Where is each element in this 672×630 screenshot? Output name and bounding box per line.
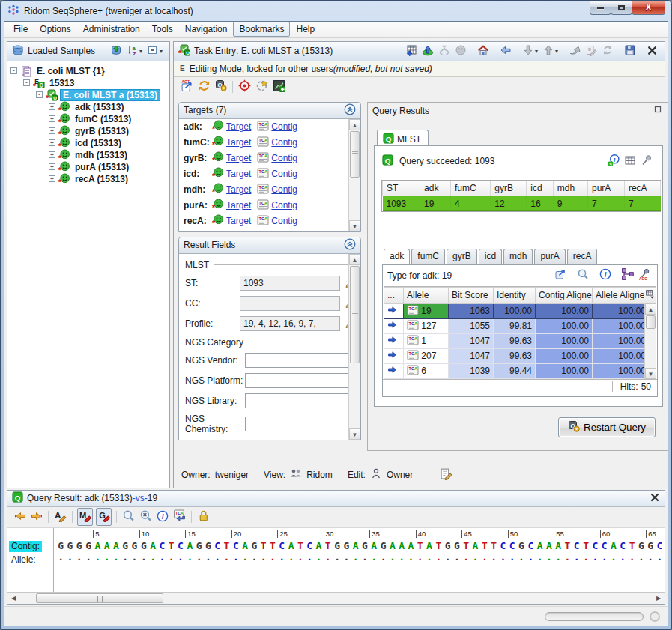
contig-link[interactable]: Contig [271, 169, 297, 179]
allele-tab-fumC[interactable]: fumC [411, 249, 445, 264]
branch-button[interactable] [621, 267, 635, 283]
st-col-pura[interactable]: purA [588, 181, 625, 196]
allele-tab-icd[interactable]: icd [479, 249, 502, 264]
contig-link[interactable]: Contig [271, 137, 297, 148]
up-menu-button[interactable]: ▾ [542, 43, 559, 59]
scroll-up-icon[interactable]: ▲ [349, 254, 360, 265]
allele-col-allele[interactable]: Allele [404, 287, 449, 303]
scroll-down-icon[interactable]: ▼ [349, 220, 360, 231]
st-col-mdh[interactable]: mdh [553, 181, 587, 196]
contig-link[interactable]: Contig [271, 153, 297, 163]
st-col-st[interactable]: ST [383, 181, 420, 196]
menu-bookmarks[interactable]: Bookmarks [233, 22, 290, 37]
allele-col-[interactable]: ... [384, 287, 404, 303]
allele-tab-adk[interactable]: adk [384, 249, 410, 264]
target-link[interactable]: Target [226, 184, 251, 195]
chart-add-button[interactable] [272, 79, 286, 95]
tca-icon[interactable]: TCA [407, 319, 419, 333]
lock-button[interactable] [196, 509, 211, 525]
menu-navigation[interactable]: Navigation [179, 22, 234, 37]
tree-toggle-icon[interactable]: + [49, 115, 55, 122]
collapse-panel-icon[interactable] [344, 238, 356, 252]
st-result-row[interactable]: 10931941216977 [383, 196, 661, 211]
allele-tab-recA[interactable]: recA [567, 249, 598, 264]
allele-tab-mdh[interactable]: mdh [503, 249, 533, 264]
tree-item-icd[interactable]: +*icd (15313) [10, 137, 169, 149]
tree-toggle-icon[interactable]: - [36, 91, 43, 98]
back-button[interactable] [499, 43, 512, 59]
tca-icon[interactable]: TCA [407, 349, 419, 363]
scroll-thumb[interactable] [646, 315, 656, 329]
st-col-fumc[interactable]: fumC [450, 181, 490, 196]
allele-info-button[interactable]: i [599, 267, 612, 283]
allele-result-row[interactable]: TCA 6103999.44100.00100.00 [384, 363, 650, 378]
allele-col-contigaligned[interactable]: Contig Aligned [536, 287, 593, 303]
minimize-button[interactable] [590, 1, 611, 15]
zoom-reset-button[interactable] [139, 509, 153, 525]
allele-tab-purA[interactable]: purA [534, 249, 565, 264]
query-info-button[interactable]: iq [607, 154, 620, 169]
sort-az-button[interactable]: az▾ [126, 43, 143, 59]
scroll-left-icon[interactable]: ◀ [7, 593, 19, 603]
allele-result-row[interactable]: TCA 127105599.81100.00100.00 [384, 318, 650, 333]
home-button[interactable] [476, 43, 490, 59]
sequence-hscrollbar[interactable]: ◀ ▶ [7, 592, 665, 604]
allele-table[interactable]: ...AlleleBit ScoreIdentityContig Aligned… [384, 287, 650, 379]
scroll-thumb[interactable] [350, 131, 360, 178]
contig-sequence[interactable]: GGGGAAAGGGACTCAGGCTCAGTTCATCATGGAGAGAAAT… [56, 540, 665, 551]
menu-file[interactable]: File [7, 22, 34, 37]
st-table[interactable]: STadkfumCgyrBicdmdhpurArecA1093194121697… [382, 181, 661, 212]
allele-table-scrollbar[interactable]: ▲ ▼ [644, 303, 656, 379]
task-refresh-button[interactable] [197, 79, 211, 95]
contig-link[interactable]: Contig [271, 184, 297, 195]
down-menu-button[interactable]: ▾ [521, 43, 539, 59]
st-input[interactable] [240, 276, 340, 291]
close-panel-icon[interactable] [650, 492, 660, 505]
allele-sequence[interactable]: ........................................… [56, 551, 665, 563]
nav-back-button[interactable] [13, 509, 27, 525]
tree-toggle-icon[interactable]: - [23, 79, 30, 86]
save-button[interactable] [623, 43, 637, 59]
targets-scrollbar[interactable]: ▲ ▼ [348, 119, 360, 231]
tree-toggle-icon[interactable]: + [49, 103, 55, 110]
scroll-thumb[interactable] [350, 266, 360, 363]
tree-item-mdh[interactable]: +*mdh (15313) [10, 149, 169, 161]
collapse-all-button[interactable]: ▾ [146, 43, 163, 59]
ngs-vendor-input[interactable] [245, 353, 350, 368]
go-to-alignment-cell[interactable] [384, 303, 404, 318]
st-col-icd[interactable]: icd [527, 181, 553, 196]
tree-item-adk[interactable]: +*adk (15313) [10, 101, 169, 113]
st-col-adk[interactable]: adk [420, 181, 451, 196]
go-to-alignment-cell[interactable] [384, 363, 404, 378]
annotate-a-button[interactable]: A [53, 509, 67, 525]
align-info-button[interactable]: i [156, 509, 169, 525]
tca-icon[interactable]: TCA [407, 334, 419, 348]
scroll-thumb[interactable] [36, 593, 163, 603]
profile-input[interactable] [240, 316, 340, 331]
target-link[interactable]: Target [226, 137, 251, 148]
scroll-up-icon[interactable]: ▲ [349, 119, 360, 130]
tree-toggle-icon[interactable]: + [49, 151, 55, 158]
allele-col-identity[interactable]: Identity [494, 287, 536, 303]
collapse-panel-icon[interactable] [344, 103, 356, 118]
target-link[interactable]: Target [226, 169, 251, 179]
target-button[interactable] [237, 79, 252, 95]
tca-icon[interactable]: TCA [407, 304, 419, 318]
allele-result-row[interactable] [384, 378, 650, 379]
tree-toggle-icon[interactable]: + [49, 175, 55, 182]
tree-toggle-icon[interactable]: + [49, 139, 55, 146]
tca-import-button[interactable]: TCA [172, 509, 187, 525]
pin-agg-button[interactable]: AGG [638, 267, 651, 283]
allele-result-row[interactable]: TCA 207104799.63100.00100.00 [384, 348, 650, 363]
ngs-chemistry-input[interactable] [245, 417, 350, 431]
target-link[interactable]: Target [226, 121, 251, 132]
scroll-down-icon[interactable]: ▼ [349, 428, 360, 440]
column-options-button[interactable] [644, 287, 656, 303]
target-link[interactable]: Target [226, 216, 251, 226]
target-link[interactable]: Target [226, 200, 251, 210]
tree-toggle-icon[interactable]: + [49, 127, 55, 134]
tree-item-gyrb[interactable]: +*gyrB (15313) [10, 125, 169, 137]
target-link[interactable]: Target [226, 153, 251, 163]
store-samples-button[interactable] [109, 43, 123, 59]
tree-item-e[interactable]: -E. coli MLST {1} [10, 65, 169, 77]
